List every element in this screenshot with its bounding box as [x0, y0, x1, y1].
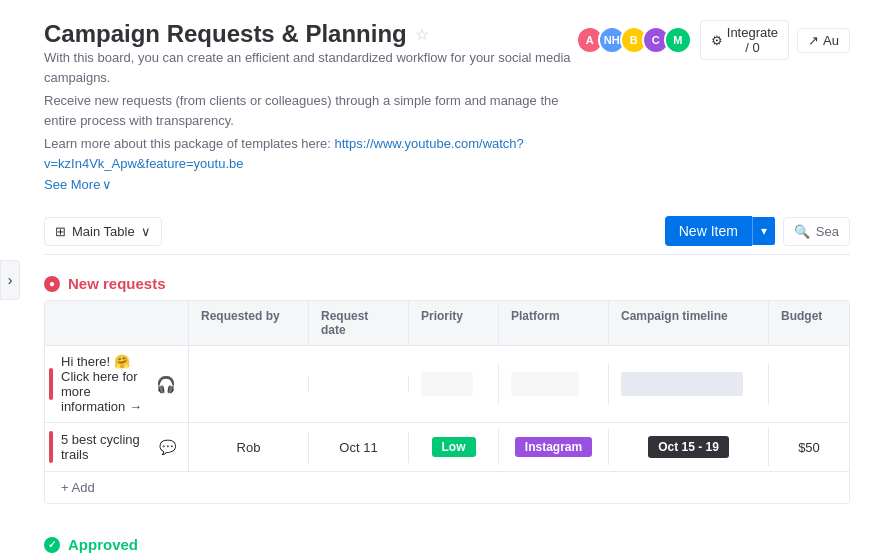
color-bar — [49, 431, 53, 463]
comment-icon[interactable]: 💬 — [159, 439, 176, 455]
description-line2: Receive new requests (from clients or co… — [44, 91, 576, 130]
header-actions: A NH B C M ⚙ Integrate / 0 ↗ Au — [576, 20, 850, 60]
see-more-button[interactable]: See More ∨ — [44, 177, 576, 192]
col-header-campaign-timeline: Campaign timeline — [609, 301, 769, 345]
group-icon-approved[interactable]: ✓ — [44, 537, 60, 553]
timeline-badge: Oct 15 - 19 — [648, 436, 729, 458]
row-name-text[interactable]: Hi there! 🤗 Click here for more informat… — [61, 354, 148, 414]
headphone-icon: 🎧 — [156, 375, 176, 394]
star-icon[interactable]: ☆ — [415, 25, 429, 44]
new-item-button-group: New Item ▾ — [665, 216, 775, 246]
col-requested-by — [189, 376, 309, 392]
group-new-requests: ●New requestsRequested byRequest datePri… — [44, 275, 850, 504]
chevron-down-icon: ∨ — [141, 224, 151, 239]
avatar-group: A NH B C M — [576, 26, 692, 54]
col-header-priority: Priority — [409, 301, 499, 345]
col-header-requested-by: Requested by — [189, 301, 309, 345]
new-item-dropdown-button[interactable]: ▾ — [752, 217, 775, 245]
group-title-new-requests: New requests — [68, 275, 166, 292]
table-header-new-requests: Requested byRequest datePriorityPlatform… — [45, 301, 849, 346]
table-row: 5 best cycling trails💬RobOct 11LowInstag… — [45, 423, 849, 472]
table-view-button[interactable]: ⊞ Main Table ∨ — [44, 217, 162, 246]
col-timeline — [609, 364, 769, 404]
row-name-cell: Hi there! 🤗 Click here for more informat… — [45, 346, 189, 422]
search-icon: 🔍 — [794, 224, 810, 239]
group-icon-new-requests[interactable]: ● — [44, 276, 60, 292]
col-header-budget: Budget — [769, 301, 849, 345]
group-title-approved: Approved — [68, 536, 138, 553]
group-header-new-requests: ●New requests — [44, 275, 850, 292]
col-header-name — [45, 301, 189, 345]
table-row: Hi there! 🤗 Click here for more informat… — [45, 346, 849, 423]
au-button[interactable]: ↗ Au — [797, 28, 850, 53]
chevron-down-icon: ∨ — [102, 177, 112, 192]
avatar: M — [664, 26, 692, 54]
search-button[interactable]: 🔍 Sea — [783, 217, 850, 246]
new-item-main-button[interactable]: New Item — [665, 216, 752, 246]
col-request-date: Oct 11 — [309, 432, 409, 463]
empty-priority — [421, 372, 473, 396]
group-approved: ✓ApprovedRequested byRequest datePriorit… — [44, 536, 850, 559]
toolbar: ⊞ Main Table ∨ New Item ▾ 🔍 Sea — [44, 216, 850, 255]
toolbar-left: ⊞ Main Table ∨ — [44, 217, 162, 246]
color-bar — [49, 368, 53, 400]
group-header-approved: ✓Approved — [44, 536, 850, 553]
row-name-text[interactable]: 5 best cycling trails — [61, 432, 151, 462]
integrate-button[interactable]: ⚙ Integrate / 0 — [700, 20, 789, 60]
page-title-row: Campaign Requests & Planning ☆ — [44, 20, 576, 48]
description-line3: Learn more about this package of templat… — [44, 134, 576, 173]
page-title: Campaign Requests & Planning — [44, 20, 407, 48]
empty-timeline — [621, 372, 743, 396]
priority-badge: Low — [432, 437, 476, 457]
col-timeline: Oct 15 - 19 — [609, 428, 769, 466]
platform-badge: Instagram — [515, 437, 592, 457]
sidebar-toggle[interactable]: › — [0, 260, 20, 300]
empty-platform — [511, 372, 579, 396]
col-request-date — [309, 376, 409, 392]
share-icon: ↗ — [808, 33, 819, 48]
col-platform — [499, 364, 609, 404]
table-new-requests: Requested byRequest datePriorityPlatform… — [44, 300, 850, 504]
col-platform: Instagram — [499, 429, 609, 465]
col-priority: Low — [409, 429, 499, 465]
col-header-platform: Platform — [499, 301, 609, 345]
integrate-icon: ⚙ — [711, 33, 723, 48]
groups-container: ●New requestsRequested byRequest datePri… — [44, 275, 850, 559]
table-icon: ⊞ — [55, 224, 66, 239]
row-name-cell: 5 best cycling trails💬 — [45, 423, 189, 471]
col-header-request-date: Request date — [309, 301, 409, 345]
col-budget — [769, 376, 849, 392]
chevron-icon: › — [8, 272, 13, 288]
col-budget: $50 — [769, 432, 849, 463]
description-line1: With this board, you can create an effic… — [44, 48, 576, 87]
page-header: Campaign Requests & Planning ☆ With this… — [44, 20, 850, 208]
col-requested-by: Rob — [189, 432, 309, 463]
col-priority — [409, 364, 499, 404]
add-row-new-requests[interactable]: + Add — [45, 472, 849, 503]
